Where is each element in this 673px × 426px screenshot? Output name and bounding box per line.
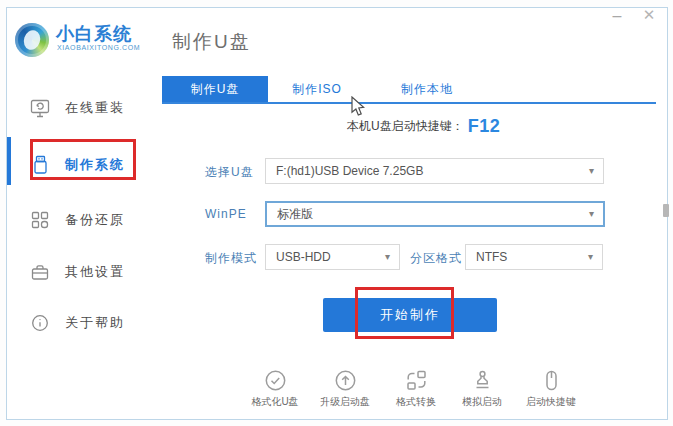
sidebar-active-indicator [7,137,11,185]
toolbar-item-label: 启动快捷键 [526,395,576,409]
monitor-reinstall-icon [30,98,50,118]
sidebar-item-about-help[interactable]: 关于帮助 [30,310,150,336]
chevron-down-icon: ▾ [589,159,594,183]
boot-hotkey-value: F12 [468,116,501,137]
close-button[interactable]: ✕ [638,4,660,26]
toolbar-boot-hotkey[interactable]: 启动快捷键 [518,369,584,409]
toolbar-upgrade-bootdisk[interactable]: 升级启动盘 [312,369,378,409]
chevron-down-icon: ▾ [385,245,390,269]
tab-make-local[interactable]: 制作本地 [387,76,467,103]
app-window: – ✕ 小白系统 XIAOBAIXITONG.COM 制作U盘 在线重装 制作系… [0,0,673,426]
stamp-icon [471,369,494,392]
sidebar-item-online-reinstall[interactable]: 在线重装 [30,95,150,121]
toolbar-format-convert[interactable]: 格式转换 [383,369,449,409]
tab-make-iso[interactable]: 制作ISO [277,76,357,103]
toolbar-item-label: 格式化U盘 [251,395,298,409]
briefcase-icon [30,262,50,282]
logo-swirl [21,28,42,52]
sidebar-item-label: 在线重装 [65,99,125,117]
mode-select[interactable]: USB-HDD ▾ [265,244,400,270]
arrow-up-circle-icon [334,369,357,392]
toolbar-simulate-boot[interactable]: 模拟启动 [449,369,515,409]
sidebar-item-other-settings[interactable]: 其他设置 [30,259,150,285]
boot-hotkey-label: 本机U盘启动快捷键： [347,118,464,135]
toolbar-item-label: 升级启动盘 [320,395,370,409]
toolbar-item-label: 格式转换 [396,395,436,409]
info-icon [30,313,50,333]
toolbar-format-udisk[interactable]: 格式化U盘 [242,369,308,409]
backup-restore-icon [30,210,50,230]
app-logo-icon [15,23,49,57]
tab-make-udisk[interactable]: 制作U盘 [162,76,268,103]
mode-select-value: USB-HDD [276,250,331,264]
mouse-icon [540,369,563,392]
convert-icon [405,369,428,392]
winpe-select[interactable]: 标准版 ▾ [265,201,605,227]
check-circle-icon [264,369,287,392]
minimize-button[interactable]: – [606,5,628,27]
sidebar-item-label: 其他设置 [65,263,125,281]
udisk-select-value: F:(hd1)USB Device 7.25GB [276,164,423,178]
brand-name: 小白系统 [56,22,132,46]
sidebar-item-label: 关于帮助 [65,314,125,332]
sidebar-item-label: 备份还原 [65,211,125,229]
partition-select[interactable]: NTFS ▾ [465,244,603,270]
tab-underline [162,102,656,104]
winpe-label: WinPE [205,207,247,221]
chevron-down-icon: ▾ [589,203,594,225]
mode-label: 制作模式 [205,250,257,267]
sidebar-item-backup-restore[interactable]: 备份还原 [30,207,150,233]
annotation-box-start-button [355,287,454,339]
boot-hotkey-row: 本机U盘启动快捷键： F12 [347,113,500,139]
annotation-box-sidebar [30,139,136,180]
window-resize-handle[interactable] [663,204,669,217]
toolbar-item-label: 模拟启动 [462,395,502,409]
brand-domain: XIAOBAIXITONG.COM [57,44,140,51]
chevron-down-icon: ▾ [588,245,593,269]
partition-label: 分区格式 [410,250,462,267]
udisk-label: 选择U盘 [205,164,254,181]
winpe-select-value: 标准版 [277,207,313,221]
partition-select-value: NTFS [476,250,507,264]
udisk-select[interactable]: F:(hd1)USB Device 7.25GB ▾ [265,158,604,184]
page-title: 制作U盘 [172,29,251,55]
